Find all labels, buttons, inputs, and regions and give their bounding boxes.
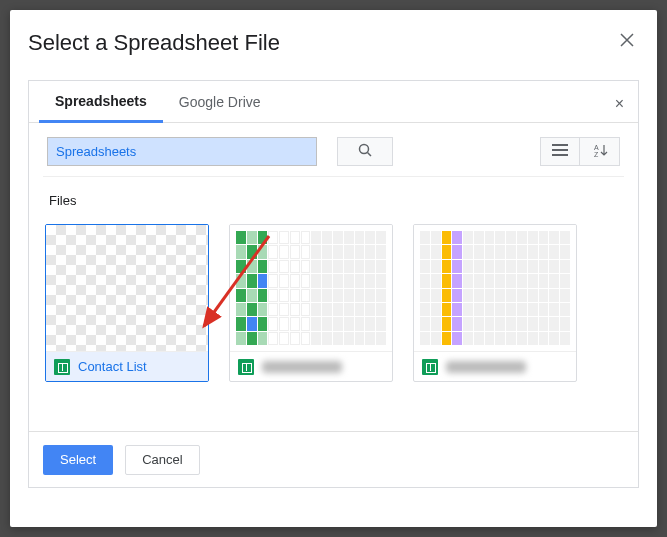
file-scroll-area[interactable]: Files Contact List — [43, 176, 624, 431]
file-card[interactable]: Contact List — [45, 224, 209, 382]
sheets-icon — [238, 359, 254, 375]
select-button[interactable]: Select — [43, 445, 113, 475]
sort-icon: AZ — [592, 143, 608, 160]
sort-button[interactable]: AZ — [580, 137, 620, 166]
file-name: Contact List — [78, 359, 147, 374]
tab-spreadsheets[interactable]: Spreadsheets — [39, 81, 163, 123]
sheets-icon — [422, 359, 438, 375]
svg-text:A: A — [594, 144, 599, 151]
dialog-title: Select a Spreadsheet File — [28, 30, 639, 56]
tab-google-drive[interactable]: Google Drive — [163, 81, 277, 123]
list-view-button[interactable] — [540, 137, 580, 166]
content-area: Files Contact List — [29, 176, 638, 487]
tabs-row: Spreadsheets Google Drive × — [29, 81, 638, 123]
toolbar: AZ — [29, 123, 638, 176]
files-section-label: Files — [43, 187, 624, 224]
sheets-icon — [54, 359, 70, 375]
search-button[interactable] — [337, 137, 393, 166]
file-picker-dialog: Select a Spreadsheet File Spreadsheets G… — [10, 10, 657, 527]
tab-label: Google Drive — [179, 94, 261, 110]
file-card[interactable] — [229, 224, 393, 382]
file-thumbnail — [230, 225, 392, 351]
search-icon — [358, 143, 373, 161]
search-input[interactable] — [47, 137, 317, 166]
close-icon[interactable] — [619, 32, 635, 52]
file-footer — [414, 351, 576, 381]
file-thumbnail — [46, 225, 208, 351]
files-grid: Contact List — [43, 224, 624, 382]
button-label: Select — [60, 452, 96, 467]
button-label: Cancel — [142, 452, 182, 467]
file-name — [446, 361, 526, 373]
file-footer — [230, 351, 392, 381]
file-thumbnail — [414, 225, 576, 351]
picker-frame: Spreadsheets Google Drive × — [28, 80, 639, 488]
file-name — [262, 361, 342, 373]
tabs-close-icon[interactable]: × — [615, 95, 624, 113]
cancel-button[interactable]: Cancel — [125, 445, 199, 475]
list-icon — [552, 144, 568, 159]
svg-text:Z: Z — [594, 151, 599, 157]
tab-label: Spreadsheets — [55, 93, 147, 109]
svg-point-0 — [359, 144, 368, 153]
file-footer: Contact List — [46, 351, 208, 381]
footer-bar: Select Cancel — [29, 431, 638, 487]
file-card[interactable] — [413, 224, 577, 382]
